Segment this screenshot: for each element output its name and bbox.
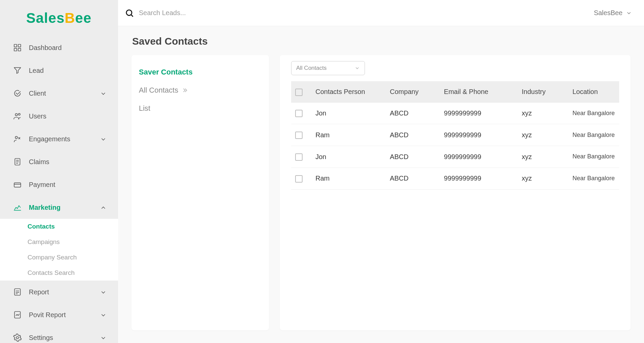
select-all-checkbox[interactable] [295, 89, 303, 96]
cell-name: Ram [311, 167, 386, 189]
search-icon [125, 8, 134, 18]
table-row: JonABCD9999999999xyzNear Bangalore [291, 146, 619, 168]
filter-select[interactable]: All Contacts [291, 61, 365, 75]
cell-company: ABCD [386, 146, 440, 168]
sidebar-item-client[interactable]: Client [0, 82, 118, 105]
row-checkbox[interactable] [295, 175, 303, 183]
marketing-icon [13, 203, 22, 212]
sub-item-contacts[interactable]: Contacts [0, 219, 118, 234]
sidebar-item-label: Users [29, 112, 46, 120]
svg-line-21 [131, 15, 133, 16]
side-panel-item-label: Saver Contacts [139, 68, 193, 77]
sidebar-item-label: Payment [29, 181, 55, 189]
cell-company: ABCD [386, 103, 440, 124]
cell-emailPhone: 9999999999 [440, 167, 518, 189]
cell-emailPhone: 9999999999 [440, 103, 518, 124]
page-title: Saved Contacts [132, 36, 631, 47]
sidebar-item-settings[interactable]: Settings [0, 326, 118, 343]
filter-select-label: All Contacts [296, 65, 327, 71]
sidebar-item-label: Client [29, 90, 46, 97]
sidebar-item-label: Povit Report [29, 311, 66, 319]
contacts-side-panel: Saver ContactsAll ContactsList [131, 55, 269, 330]
sidebar-item-lead[interactable]: Lead [0, 59, 118, 82]
report-icon [13, 287, 22, 297]
column-header-company: Company [386, 81, 440, 103]
cell-name: Ram [311, 124, 386, 146]
table-row: JonABCD9999999999xyzNear Bangalore [291, 103, 619, 124]
svg-rect-2 [14, 48, 17, 51]
side-panel-item-label: All Contacts [139, 86, 178, 95]
svg-rect-14 [14, 289, 20, 295]
chevron-down-icon [100, 136, 106, 142]
row-checkbox[interactable] [295, 153, 303, 161]
settings-icon [13, 333, 22, 342]
brand-dropdown[interactable]: SalesBee [594, 9, 632, 17]
sidebar-item-label: Lead [29, 67, 44, 75]
engagements-icon [13, 134, 22, 144]
chevron-down-icon [100, 335, 106, 341]
chevron-down-icon [100, 312, 106, 318]
client-icon [13, 89, 22, 98]
cell-name: Jon [311, 146, 386, 168]
claims-icon [13, 157, 22, 166]
svg-point-6 [15, 136, 18, 139]
cell-location: Near Bangalore [569, 146, 619, 168]
chevron-down-icon [626, 10, 632, 16]
topbar: SalesBee [118, 0, 644, 26]
povit-report-icon [13, 310, 22, 320]
sidebar-item-report[interactable]: Report [0, 281, 118, 303]
svg-rect-0 [14, 44, 17, 47]
brand-dropdown-label: SalesBee [594, 9, 623, 17]
chevron-up-icon [100, 204, 106, 210]
sidebar: SalesBee DashboardLeadClientUsersEngagem… [0, 0, 118, 343]
sidebar-item-users[interactable]: Users [0, 105, 118, 128]
svg-point-19 [16, 337, 19, 339]
cell-industry: xyz [518, 146, 569, 168]
cell-emailPhone: 9999999999 [440, 124, 518, 146]
sidebar-item-claims[interactable]: Claims [0, 150, 118, 173]
cell-location: Near Bangalore [569, 124, 619, 146]
logo: SalesBee [0, 7, 118, 36]
table-row: RamABCD9999999999xyzNear Bangalore [291, 124, 619, 146]
sidebar-item-label: Marketing [29, 204, 60, 211]
sub-nav-marketing: ContactsCampaignsCompany SearchContacts … [0, 219, 118, 281]
sidebar-item-marketing[interactable]: Marketing [0, 196, 118, 219]
sidebar-item-engagements[interactable]: Engagements [0, 128, 118, 150]
sub-item-contacts-search[interactable]: Contacts Search [0, 265, 118, 281]
sub-item-campaigns[interactable]: Campaigns [0, 234, 118, 250]
cell-company: ABCD [386, 167, 440, 189]
sidebar-item-label: Report [29, 288, 49, 296]
svg-rect-1 [18, 44, 21, 47]
cell-industry: xyz [518, 103, 569, 124]
users-icon [13, 111, 22, 121]
sub-item-company-search[interactable]: Company Search [0, 250, 118, 265]
side-panel-item-all-contacts[interactable]: All Contacts [139, 81, 262, 99]
search-input[interactable] [139, 9, 273, 17]
side-panel-item-saver-contacts[interactable]: Saver Contacts [139, 63, 262, 81]
row-checkbox[interactable] [295, 110, 303, 117]
sidebar-item-dashboard[interactable]: Dashboard [0, 36, 118, 59]
svg-point-20 [126, 10, 132, 15]
double-chevron-right-icon [181, 87, 188, 94]
cell-location: Near Bangalore [569, 103, 619, 124]
payment-icon [13, 180, 22, 189]
column-header-location: Location [569, 81, 619, 103]
contacts-main-panel: All Contacts Contacts PersonCompanyEmail… [280, 55, 631, 330]
svg-rect-11 [14, 183, 21, 187]
cell-industry: xyz [518, 124, 569, 146]
side-panel-item-list[interactable]: List [139, 99, 262, 117]
nav: DashboardLeadClientUsersEngagementsClaim… [0, 36, 118, 343]
table-row: RamABCD9999999999xyzNear Bangalore [291, 167, 619, 189]
lead-icon [13, 66, 22, 75]
sidebar-item-povit-report[interactable]: Povit Report [0, 303, 118, 326]
sidebar-item-payment[interactable]: Payment [0, 173, 118, 196]
svg-rect-3 [18, 48, 21, 51]
sidebar-item-label: Settings [29, 334, 53, 342]
svg-point-4 [15, 113, 18, 116]
sidebar-item-label: Claims [29, 158, 49, 166]
row-checkbox[interactable] [295, 132, 303, 139]
chevron-down-icon [355, 65, 360, 71]
sidebar-item-label: Dashboard [29, 44, 62, 52]
chevron-down-icon [100, 289, 106, 295]
dashboard-icon [13, 43, 22, 52]
